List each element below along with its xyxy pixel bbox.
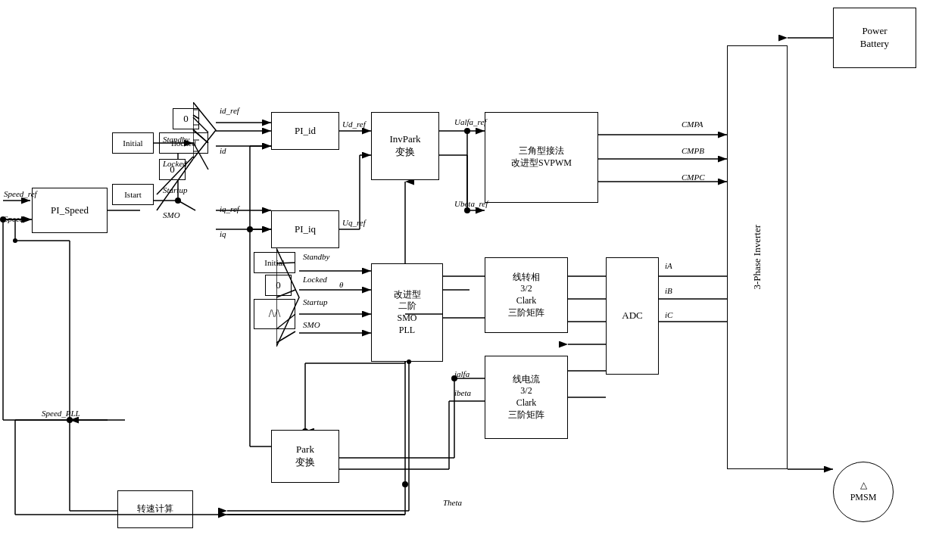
speed-pll-label: Speed_PLL bbox=[42, 409, 80, 418]
uq-ref-label: Uq_ref bbox=[342, 218, 366, 227]
iq-label: iq bbox=[220, 229, 226, 238]
startup1-label: Startup bbox=[163, 185, 187, 194]
speed-calc-block: 转速计算 bbox=[117, 490, 193, 528]
adc-label: ADC bbox=[622, 310, 642, 322]
smo2-label: SMO bbox=[303, 320, 320, 329]
extra-connections bbox=[0, 0, 939, 560]
pi-iq-block: PI_iq bbox=[271, 210, 339, 248]
ibeta-label: ibeta bbox=[454, 388, 471, 397]
svpwm-block: 三角型接法 改进型SVPWM bbox=[485, 112, 598, 203]
id-ref-label: id_ref bbox=[220, 106, 239, 115]
adc-block: ADC bbox=[606, 257, 659, 375]
svg-point-61 bbox=[67, 417, 73, 423]
inverter-label: 3-Phase Inverter bbox=[751, 225, 764, 290]
svg-line-56 bbox=[178, 201, 195, 210]
clark-phase-block: 线转相 3/2 Clark 三阶矩阵 bbox=[485, 257, 568, 333]
smo-pll-block: 改进型 二阶 SMO PLL bbox=[371, 263, 443, 362]
cmpb-label: CMPB bbox=[682, 146, 704, 155]
inverter-block: 3-Phase Inverter bbox=[727, 45, 788, 469]
id-label: id bbox=[220, 146, 226, 155]
pi-iq-label: PI_iq bbox=[295, 223, 316, 236]
istart-box: Istart bbox=[112, 184, 154, 205]
startup2-label: Startup bbox=[303, 297, 327, 306]
connection-lines bbox=[0, 0, 939, 560]
clark-current-label: 线电流 3/2 Clark 三阶矩阵 bbox=[508, 374, 544, 421]
cmpa-label: CMPA bbox=[682, 120, 703, 129]
ubeta-ref-label: Ubeta_ref bbox=[454, 199, 488, 208]
initial-top-box: Initial bbox=[112, 132, 154, 154]
svg-point-57 bbox=[175, 198, 181, 204]
pmsm-label: △ PMSM bbox=[850, 480, 877, 503]
svg-point-44 bbox=[247, 226, 253, 232]
park-label: Park 变换 bbox=[295, 443, 315, 469]
park-block: Park 变换 bbox=[271, 430, 339, 483]
initial-top-label: Initial bbox=[123, 138, 142, 148]
theta-label: θ bbox=[339, 280, 343, 289]
svg-point-107 bbox=[13, 238, 17, 243]
ic-label: iC bbox=[665, 310, 672, 319]
speed-ref-label: Speed_ref bbox=[4, 189, 37, 198]
pmsm-block: △ PMSM bbox=[833, 462, 894, 522]
pi-speed-label: PI_Speed bbox=[51, 204, 89, 217]
invpark-block: InvPark 变换 bbox=[371, 112, 439, 180]
iq-ref-label: iq_ref bbox=[220, 204, 239, 213]
speed-calc-label: 转速计算 bbox=[137, 503, 173, 515]
svg-point-73 bbox=[464, 207, 470, 213]
cmpc-label: CMPC bbox=[682, 173, 705, 182]
ualfa-ref-label: Ualfa_ref bbox=[454, 117, 486, 126]
power-battery-block: Power Battery bbox=[833, 8, 916, 68]
ialfa-label: ialfa bbox=[454, 369, 469, 378]
svpwm-label: 三角型接法 改进型SVPWM bbox=[511, 145, 572, 169]
diagram-container: PI_Speed PI_id PI_iq InvPark 变换 三角型接法 改进… bbox=[0, 0, 939, 560]
svg-point-74 bbox=[464, 128, 470, 134]
mux-top bbox=[193, 102, 220, 159]
svg-marker-85 bbox=[276, 248, 299, 347]
clark-phase-label: 线转相 3/2 Clark 三阶矩阵 bbox=[508, 272, 544, 319]
pi-id-label: PI_id bbox=[295, 125, 316, 138]
mux-bottom bbox=[276, 248, 303, 347]
locked2-label: Locked bbox=[303, 275, 327, 284]
pi-speed-block: PI_Speed bbox=[32, 188, 108, 233]
invpark-label: InvPark 变换 bbox=[389, 133, 420, 159]
standby2-label: Standby bbox=[303, 252, 329, 261]
theta-out-label: Theta bbox=[443, 498, 462, 507]
clark-current-block: 线电流 3/2 Clark 三阶矩阵 bbox=[485, 356, 568, 439]
speed-label: Speed bbox=[4, 214, 23, 223]
pi-id-block: PI_id bbox=[271, 112, 339, 150]
ud-ref-label: Ud_ref bbox=[342, 120, 366, 129]
svg-marker-80 bbox=[193, 102, 216, 159]
standby1-label: Standby bbox=[163, 135, 189, 144]
ib-label: iB bbox=[665, 286, 672, 295]
smo-pll-label: 改进型 二阶 SMO PLL bbox=[394, 289, 421, 336]
smo1-label: SMO bbox=[163, 210, 180, 219]
svg-point-77 bbox=[402, 481, 408, 487]
locked1-label: Locked bbox=[163, 159, 187, 168]
power-battery-label: Power Battery bbox=[860, 25, 889, 51]
ia-label: iA bbox=[665, 261, 672, 270]
